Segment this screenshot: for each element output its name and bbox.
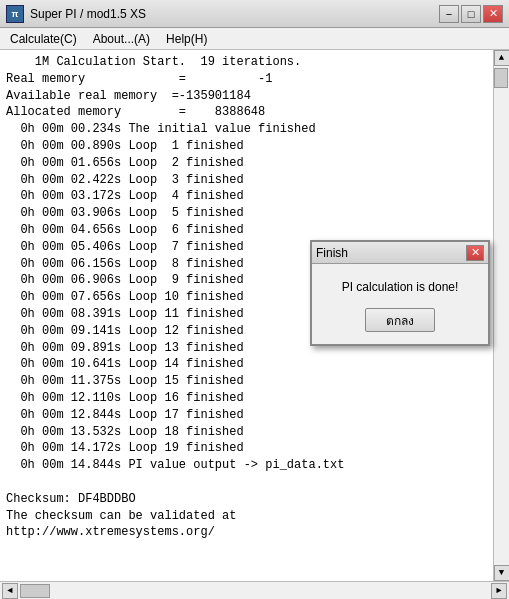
scroll-left-button[interactable]: ◄: [2, 583, 18, 599]
scroll-track: [494, 66, 509, 565]
h-scroll-thumb[interactable]: [20, 584, 50, 598]
title-bar: π Super PI / mod1.5 XS − □ ✕: [0, 0, 509, 28]
minimize-button[interactable]: −: [439, 5, 459, 23]
dialog-message: PI calculation is done!: [342, 280, 459, 294]
window-title: Super PI / mod1.5 XS: [30, 7, 146, 21]
app-icon: π: [6, 5, 24, 23]
horizontal-scrollbar: ◄ ►: [0, 581, 509, 599]
menu-help[interactable]: Help(H): [158, 30, 215, 48]
dialog-ok-button[interactable]: ตกลง: [365, 308, 435, 332]
scroll-down-button[interactable]: ▼: [494, 565, 510, 581]
scroll-thumb[interactable]: [494, 68, 508, 88]
scroll-right-button[interactable]: ►: [491, 583, 507, 599]
dialog-close-button[interactable]: ✕: [466, 245, 484, 261]
vertical-scrollbar: ▲ ▼: [493, 50, 509, 581]
main-content: 1M Calculation Start. 19 iterations. Rea…: [0, 50, 509, 599]
menu-bar: Calculate(C) About...(A) Help(H): [0, 28, 509, 50]
close-button[interactable]: ✕: [483, 5, 503, 23]
title-bar-left: π Super PI / mod1.5 XS: [6, 5, 146, 23]
dialog-title-bar: Finish ✕: [312, 242, 488, 264]
maximize-button[interactable]: □: [461, 5, 481, 23]
dialog-title: Finish: [316, 246, 348, 260]
scroll-up-button[interactable]: ▲: [494, 50, 510, 66]
menu-about[interactable]: About...(A): [85, 30, 158, 48]
title-bar-buttons: − □ ✕: [439, 5, 503, 23]
finish-dialog: Finish ✕ PI calculation is done! ตกลง: [310, 240, 490, 346]
dialog-body: PI calculation is done! ตกลง: [312, 264, 488, 344]
menu-calculate[interactable]: Calculate(C): [2, 30, 85, 48]
